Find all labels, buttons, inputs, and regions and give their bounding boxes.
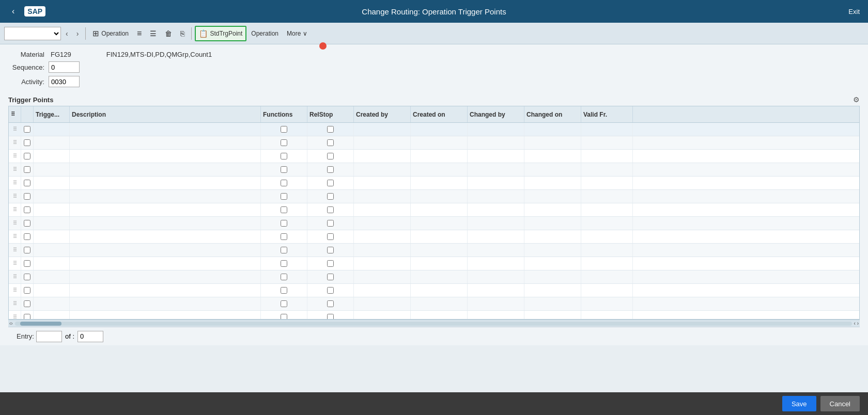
copy-button[interactable]: ⎘ [177,26,188,41]
drag-handle[interactable]: ⠿ [9,123,21,136]
row-checkbox-input[interactable] [24,126,30,133]
relstop-cell[interactable] [307,203,354,216]
row-checkbox[interactable] [21,284,34,297]
nav-next-button[interactable]: › [73,26,83,41]
relstop-cell[interactable] [307,284,354,297]
functions-cell[interactable] [261,217,307,230]
functions-checkbox[interactable] [281,193,287,200]
delete-button[interactable]: 🗑 [161,26,176,41]
functions-checkbox[interactable] [281,139,287,146]
row-checkbox-input[interactable] [24,220,30,227]
trigge-cell[interactable] [34,163,70,176]
row-checkbox[interactable] [21,217,34,230]
row-checkbox[interactable] [21,123,34,136]
row-checkbox-input[interactable] [24,247,30,253]
trigge-cell[interactable] [34,270,70,283]
drag-handle[interactable]: ⠿ [9,270,21,283]
drag-handle[interactable]: ⠿ [9,177,21,189]
drag-handle[interactable]: ⠿ [9,190,21,203]
row-checkbox[interactable] [21,190,34,203]
relstop-cell[interactable] [307,123,354,136]
row-checkbox-input[interactable] [24,139,30,146]
row-checkbox[interactable] [21,177,34,189]
functions-checkbox[interactable] [281,274,287,280]
functions-checkbox[interactable] [281,260,287,267]
relstop-checkbox[interactable] [327,180,334,186]
row-checkbox-input[interactable] [24,206,30,213]
row-checkbox-input[interactable] [24,300,30,307]
activity-input[interactable] [49,76,80,87]
description-cell[interactable] [70,311,261,319]
details-button[interactable]: ≡ [133,26,145,41]
drag-handle[interactable]: ⠿ [9,311,21,319]
trigge-cell[interactable] [34,203,70,216]
more-button[interactable]: More ∨ [283,26,311,41]
drag-handle[interactable]: ⠿ [9,150,21,163]
relstop-checkbox[interactable] [327,220,334,227]
description-cell[interactable] [70,270,261,283]
nav-prev-button[interactable]: ‹ [62,26,72,41]
row-checkbox[interactable] [21,311,34,319]
drag-handle[interactable]: ⠿ [9,136,21,149]
functions-cell[interactable] [261,136,307,149]
trigge-cell[interactable] [34,297,70,310]
entry-total[interactable] [78,331,103,342]
description-cell[interactable] [70,257,261,270]
row-checkbox-input[interactable] [24,260,30,267]
trigge-cell[interactable] [34,190,70,203]
exit-button[interactable]: Exit [848,8,860,15]
relstop-cell[interactable] [307,297,354,310]
row-checkbox-input[interactable] [24,274,30,280]
trigge-cell[interactable] [34,284,70,297]
row-checkbox-input[interactable] [24,166,30,173]
row-checkbox-input[interactable] [24,180,30,186]
description-cell[interactable] [70,150,261,163]
relstop-checkbox[interactable] [327,314,334,319]
relstop-checkbox[interactable] [327,206,334,213]
functions-checkbox[interactable] [281,166,287,173]
functions-checkbox[interactable] [281,300,287,307]
cancel-button[interactable]: Cancel [820,396,860,411]
trigge-input[interactable] [36,126,67,133]
functions-checkbox[interactable] [281,220,287,227]
relstop-checkbox[interactable] [327,300,334,307]
functions-cell[interactable] [261,311,307,319]
functions-cell[interactable] [261,163,307,176]
functions-cell[interactable] [261,203,307,216]
description-cell[interactable] [70,136,261,149]
hscroll-thumb[interactable] [20,322,61,326]
description-cell[interactable] [70,163,261,176]
row-checkbox-input[interactable] [24,287,30,294]
functions-cell[interactable] [261,244,307,257]
trigge-cell[interactable] [34,257,70,270]
relstop-cell[interactable] [307,217,354,230]
description-cell[interactable] [70,123,261,136]
description-cell[interactable] [70,297,261,310]
relstop-checkbox[interactable] [327,287,334,294]
operation2-button[interactable]: Operation [247,26,282,41]
drag-handle[interactable]: ⠿ [9,297,21,310]
relstop-cell[interactable] [307,257,354,270]
functions-cell[interactable] [261,270,307,283]
description-cell[interactable] [70,203,261,216]
row-checkbox[interactable] [21,163,34,176]
trigge-cell[interactable] [34,177,70,189]
description-cell[interactable] [70,230,261,243]
description-cell[interactable] [70,244,261,257]
functions-checkbox[interactable] [281,314,287,319]
hscroll-end-arrows[interactable]: ‹ › [854,321,859,326]
operation-icon-button[interactable]: ⊞ Operation [89,26,132,41]
trigge-cell[interactable] [34,136,70,149]
entry-input[interactable] [36,331,62,342]
drag-handle[interactable]: ⠿ [9,230,21,243]
row-checkbox[interactable] [21,297,34,310]
row-checkbox-input[interactable] [24,193,30,200]
functions-cell[interactable] [261,297,307,310]
drag-handle[interactable]: ⠿ [9,163,21,176]
functions-cell[interactable] [261,150,307,163]
row-checkbox[interactable] [21,150,34,163]
row-checkbox[interactable] [21,257,34,270]
trigge-cell[interactable] [34,123,70,136]
functions-cell[interactable] [261,257,307,270]
row-checkbox[interactable] [21,136,34,149]
